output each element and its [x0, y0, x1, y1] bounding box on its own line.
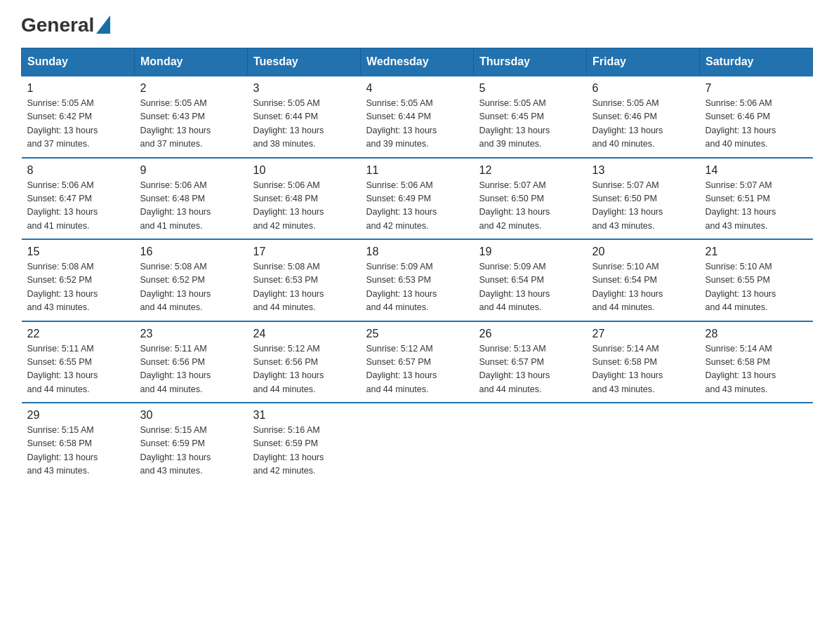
weekday-header-row: SundayMondayTuesdayWednesdayThursdayFrid… — [22, 48, 813, 76]
day-number: 21 — [706, 246, 807, 258]
day-cell: 4Sunrise: 5:05 AMSunset: 6:44 PMDaylight… — [361, 76, 474, 158]
day-number: 12 — [479, 164, 581, 177]
day-cell: 16Sunrise: 5:08 AMSunset: 6:52 PMDayligh… — [135, 239, 248, 321]
day-info: Sunrise: 5:06 AMSunset: 6:48 PMDaylight:… — [140, 179, 242, 234]
logo-general-text: General — [21, 14, 94, 36]
day-info: Sunrise: 5:08 AMSunset: 6:52 PMDaylight:… — [140, 260, 242, 315]
day-number: 23 — [140, 328, 242, 340]
week-row-2: 8Sunrise: 5:06 AMSunset: 6:47 PMDaylight… — [22, 158, 813, 240]
day-cell: 22Sunrise: 5:11 AMSunset: 6:55 PMDayligh… — [22, 321, 135, 403]
week-row-4: 22Sunrise: 5:11 AMSunset: 6:55 PMDayligh… — [22, 321, 813, 403]
day-cell: 11Sunrise: 5:06 AMSunset: 6:49 PMDayligh… — [361, 158, 474, 240]
day-info: Sunrise: 5:09 AMSunset: 6:53 PMDaylight:… — [366, 260, 468, 315]
day-number: 17 — [253, 246, 355, 258]
day-cell: 31Sunrise: 5:16 AMSunset: 6:59 PMDayligh… — [248, 403, 361, 484]
weekday-header-monday: Monday — [135, 48, 248, 76]
day-cell: 3Sunrise: 5:05 AMSunset: 6:44 PMDaylight… — [248, 76, 361, 158]
day-info: Sunrise: 5:06 AMSunset: 6:48 PMDaylight:… — [253, 179, 355, 234]
day-number: 10 — [253, 164, 355, 177]
day-info: Sunrise: 5:05 AMSunset: 6:44 PMDaylight:… — [366, 97, 468, 152]
day-number: 4 — [366, 82, 468, 95]
day-number: 22 — [27, 328, 129, 340]
day-number: 24 — [253, 328, 355, 340]
day-info: Sunrise: 5:07 AMSunset: 6:50 PMDaylight:… — [593, 179, 694, 234]
weekday-header-thursday: Thursday — [474, 48, 587, 76]
day-cell: 7Sunrise: 5:06 AMSunset: 6:46 PMDaylight… — [700, 76, 813, 158]
day-info: Sunrise: 5:12 AMSunset: 6:57 PMDaylight:… — [366, 342, 468, 397]
day-info: Sunrise: 5:07 AMSunset: 6:50 PMDaylight:… — [479, 179, 581, 234]
day-info: Sunrise: 5:08 AMSunset: 6:52 PMDaylight:… — [27, 260, 129, 315]
logo: General — [21, 14, 110, 34]
day-cell: 13Sunrise: 5:07 AMSunset: 6:50 PMDayligh… — [587, 158, 700, 240]
day-cell: 23Sunrise: 5:11 AMSunset: 6:56 PMDayligh… — [135, 321, 248, 403]
day-cell: 10Sunrise: 5:06 AMSunset: 6:48 PMDayligh… — [248, 158, 361, 240]
day-info: Sunrise: 5:16 AMSunset: 6:59 PMDaylight:… — [253, 424, 355, 478]
day-cell: 30Sunrise: 5:15 AMSunset: 6:59 PMDayligh… — [135, 403, 248, 484]
day-number: 20 — [593, 246, 694, 258]
day-info: Sunrise: 5:11 AMSunset: 6:55 PMDaylight:… — [27, 342, 129, 397]
day-cell: 2Sunrise: 5:05 AMSunset: 6:43 PMDaylight… — [135, 76, 248, 158]
weekday-header-saturday: Saturday — [700, 48, 813, 76]
day-cell: 8Sunrise: 5:06 AMSunset: 6:47 PMDaylight… — [22, 158, 135, 240]
day-number: 9 — [140, 164, 242, 177]
day-info: Sunrise: 5:05 AMSunset: 6:45 PMDaylight:… — [479, 97, 581, 152]
day-number: 7 — [706, 82, 807, 95]
day-cell: 27Sunrise: 5:14 AMSunset: 6:58 PMDayligh… — [587, 321, 700, 403]
week-row-1: 1Sunrise: 5:05 AMSunset: 6:42 PMDaylight… — [22, 76, 813, 158]
day-cell: 5Sunrise: 5:05 AMSunset: 6:45 PMDaylight… — [474, 76, 587, 158]
day-info: Sunrise: 5:12 AMSunset: 6:56 PMDaylight:… — [253, 342, 355, 397]
day-cell: 9Sunrise: 5:06 AMSunset: 6:48 PMDaylight… — [135, 158, 248, 240]
day-number: 26 — [479, 328, 581, 340]
day-info: Sunrise: 5:06 AMSunset: 6:46 PMDaylight:… — [706, 97, 807, 152]
day-info: Sunrise: 5:11 AMSunset: 6:56 PMDaylight:… — [140, 342, 242, 397]
day-cell — [700, 403, 813, 484]
day-info: Sunrise: 5:05 AMSunset: 6:43 PMDaylight:… — [140, 97, 242, 152]
day-number: 6 — [593, 82, 694, 95]
day-number: 2 — [140, 82, 242, 95]
day-info: Sunrise: 5:15 AMSunset: 6:59 PMDaylight:… — [140, 424, 242, 478]
day-number: 27 — [593, 328, 694, 340]
day-number: 11 — [366, 164, 468, 177]
day-cell: 6Sunrise: 5:05 AMSunset: 6:46 PMDaylight… — [587, 76, 700, 158]
weekday-header-friday: Friday — [587, 48, 700, 76]
day-info: Sunrise: 5:09 AMSunset: 6:54 PMDaylight:… — [479, 260, 581, 315]
day-number: 1 — [27, 82, 129, 95]
logo-triangle-icon — [96, 15, 110, 36]
calendar-table: SundayMondayTuesdayWednesdayThursdayFrid… — [21, 48, 813, 484]
day-number: 19 — [479, 246, 581, 258]
day-cell: 29Sunrise: 5:15 AMSunset: 6:58 PMDayligh… — [22, 403, 135, 484]
day-cell — [361, 403, 474, 484]
day-number: 8 — [27, 164, 129, 177]
day-number: 31 — [253, 409, 355, 422]
day-info: Sunrise: 5:10 AMSunset: 6:55 PMDaylight:… — [706, 260, 807, 315]
day-info: Sunrise: 5:10 AMSunset: 6:54 PMDaylight:… — [593, 260, 694, 315]
day-cell: 26Sunrise: 5:13 AMSunset: 6:57 PMDayligh… — [474, 321, 587, 403]
day-info: Sunrise: 5:15 AMSunset: 6:58 PMDaylight:… — [27, 424, 129, 478]
day-number: 18 — [366, 246, 468, 258]
day-number: 5 — [479, 82, 581, 95]
day-info: Sunrise: 5:06 AMSunset: 6:47 PMDaylight:… — [27, 179, 129, 234]
day-cell: 20Sunrise: 5:10 AMSunset: 6:54 PMDayligh… — [587, 239, 700, 321]
day-cell: 21Sunrise: 5:10 AMSunset: 6:55 PMDayligh… — [700, 239, 813, 321]
day-number: 28 — [706, 328, 807, 340]
week-row-3: 15Sunrise: 5:08 AMSunset: 6:52 PMDayligh… — [22, 239, 813, 321]
day-number: 15 — [27, 246, 129, 258]
weekday-header-sunday: Sunday — [22, 48, 135, 76]
day-number: 3 — [253, 82, 355, 95]
day-info: Sunrise: 5:05 AMSunset: 6:44 PMDaylight:… — [253, 97, 355, 152]
day-info: Sunrise: 5:14 AMSunset: 6:58 PMDaylight:… — [706, 342, 807, 397]
day-cell — [474, 403, 587, 484]
week-row-5: 29Sunrise: 5:15 AMSunset: 6:58 PMDayligh… — [22, 403, 813, 484]
day-info: Sunrise: 5:13 AMSunset: 6:57 PMDaylight:… — [479, 342, 581, 397]
day-cell: 1Sunrise: 5:05 AMSunset: 6:42 PMDaylight… — [22, 76, 135, 158]
day-info: Sunrise: 5:05 AMSunset: 6:46 PMDaylight:… — [593, 97, 694, 152]
day-number: 14 — [706, 164, 807, 177]
svg-marker-0 — [96, 15, 110, 34]
day-cell: 19Sunrise: 5:09 AMSunset: 6:54 PMDayligh… — [474, 239, 587, 321]
day-cell: 15Sunrise: 5:08 AMSunset: 6:52 PMDayligh… — [22, 239, 135, 321]
day-number: 13 — [593, 164, 694, 177]
day-number: 29 — [27, 409, 129, 422]
day-info: Sunrise: 5:08 AMSunset: 6:53 PMDaylight:… — [253, 260, 355, 315]
day-info: Sunrise: 5:07 AMSunset: 6:51 PMDaylight:… — [706, 179, 807, 234]
day-cell: 18Sunrise: 5:09 AMSunset: 6:53 PMDayligh… — [361, 239, 474, 321]
